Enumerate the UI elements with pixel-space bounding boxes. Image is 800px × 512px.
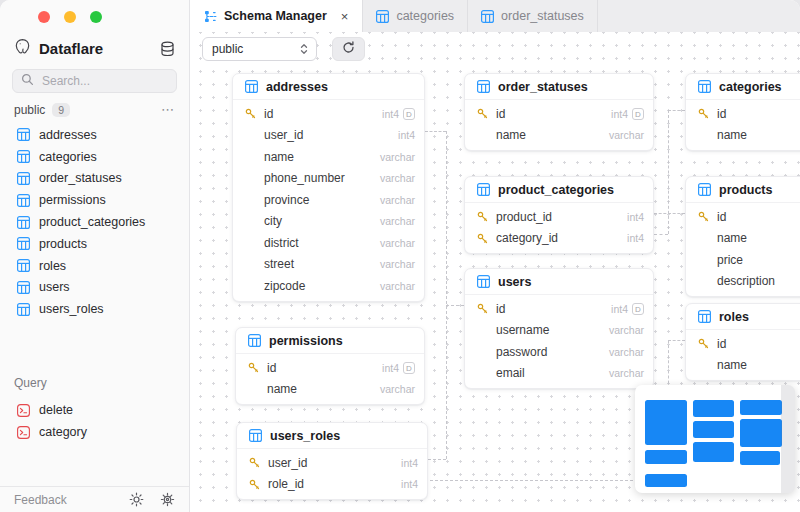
sidebar-item-product-categories[interactable]: product_categories bbox=[0, 211, 189, 233]
query-item-delete[interactable]: delete bbox=[0, 399, 189, 421]
sidebar-item-addresses[interactable]: addresses bbox=[0, 124, 189, 146]
column-permissions-id[interactable]: id int4 D bbox=[236, 357, 424, 379]
column-users-email[interactable]: email varchar bbox=[465, 363, 653, 385]
sidebar-item-users-roles[interactable]: users_roles bbox=[0, 298, 189, 320]
table-card-header[interactable]: categories bbox=[686, 74, 800, 100]
column-users-roles-role-id[interactable]: role_id int4 bbox=[237, 474, 427, 496]
relation-line bbox=[430, 480, 668, 481]
column-users-password[interactable]: password varchar bbox=[465, 341, 653, 363]
column-addresses-name[interactable]: name varchar bbox=[233, 146, 424, 168]
column-name: email bbox=[496, 366, 525, 380]
diagram-table-permissions[interactable]: permissions id int4 D name varchar bbox=[235, 327, 425, 405]
diagram-table-users-roles[interactable]: users_roles user_id int4 role_id int4 bbox=[236, 422, 428, 500]
column-product-categories-product-id[interactable]: product_id int4 bbox=[465, 206, 653, 228]
column-addresses-province[interactable]: province varchar bbox=[233, 189, 424, 211]
diagram-table-users[interactable]: users id int4 D username varchar passwor… bbox=[464, 268, 654, 389]
column-products-name[interactable]: name bbox=[686, 228, 800, 250]
column-addresses-city[interactable]: city varchar bbox=[233, 211, 424, 233]
sidebar-item-categories[interactable]: categories bbox=[0, 146, 189, 168]
table-card-header[interactable]: users bbox=[465, 269, 653, 295]
column-type: varchar bbox=[380, 215, 415, 227]
table-name: permissions bbox=[269, 334, 343, 348]
column-name: category_id bbox=[496, 231, 558, 245]
table-card-header[interactable]: permissions bbox=[236, 328, 424, 354]
column-type: int4 bbox=[398, 129, 415, 141]
column-users-roles-user-id[interactable]: user_id int4 bbox=[237, 452, 427, 474]
column-product-categories-category-id[interactable]: category_id int4 bbox=[465, 228, 653, 250]
column-users-username[interactable]: username varchar bbox=[465, 320, 653, 342]
column-addresses-id[interactable]: id int4 D bbox=[233, 103, 424, 125]
search-box[interactable] bbox=[12, 69, 177, 93]
column-permissions-name[interactable]: name varchar bbox=[236, 379, 424, 401]
column-categories-id[interactable]: id bbox=[686, 103, 800, 125]
schema-row[interactable]: public 9 ⋯ bbox=[14, 102, 175, 117]
table-card-header[interactable]: products bbox=[686, 177, 800, 203]
tab-schema-manager[interactable]: Schema Manager × bbox=[190, 0, 363, 32]
relation-line bbox=[668, 110, 685, 111]
sidebar-item-roles[interactable]: roles bbox=[0, 255, 189, 277]
diagram-table-roles[interactable]: roles id name bbox=[685, 303, 800, 381]
table-card-header[interactable]: addresses bbox=[233, 74, 424, 100]
column-categories-name[interactable]: name bbox=[686, 125, 800, 147]
settings-gear-icon[interactable] bbox=[160, 492, 175, 507]
column-name: phone_number bbox=[264, 171, 345, 185]
table-card-header[interactable]: product_categories bbox=[465, 177, 653, 203]
theme-toggle-icon[interactable] bbox=[129, 492, 144, 507]
column-name: role_id bbox=[268, 477, 304, 491]
primary-key-icon bbox=[477, 108, 488, 119]
column-addresses-district[interactable]: district varchar bbox=[233, 232, 424, 254]
table-card-header[interactable]: roles bbox=[686, 304, 800, 330]
column-addresses-zipcode[interactable]: zipcode varchar bbox=[233, 275, 424, 297]
table-card-body: id int4 D username varchar password varc… bbox=[465, 295, 653, 388]
column-addresses-user-id[interactable]: user_id int4 bbox=[233, 125, 424, 147]
column-addresses-street[interactable]: street varchar bbox=[233, 254, 424, 276]
minimap[interactable] bbox=[635, 385, 795, 493]
diagram-table-products[interactable]: products id name price description bbox=[685, 176, 800, 297]
sidebar-item-products[interactable]: products bbox=[0, 233, 189, 255]
schema-select-dropdown[interactable]: public bbox=[202, 37, 317, 61]
column-name: name bbox=[267, 382, 297, 396]
table-card-header[interactable]: order_statuses bbox=[465, 74, 653, 100]
column-roles-name[interactable]: name bbox=[686, 355, 800, 377]
feedback-link[interactable]: Feedback bbox=[14, 493, 67, 507]
column-products-price[interactable]: price bbox=[686, 249, 800, 271]
schema-canvas[interactable]: public addresses bbox=[190, 32, 800, 512]
column-products-id[interactable]: id bbox=[686, 206, 800, 228]
primary-key-icon bbox=[698, 211, 709, 222]
sidebar-item-label: users_roles bbox=[39, 302, 104, 316]
diagram-table-categories[interactable]: categories id name bbox=[685, 73, 800, 151]
more-options-icon[interactable]: ⋯ bbox=[161, 102, 175, 117]
database-icon[interactable] bbox=[160, 41, 175, 57]
zoom-window-button[interactable] bbox=[90, 11, 102, 23]
relation-line bbox=[446, 131, 447, 459]
search-input[interactable] bbox=[40, 73, 168, 89]
diagram-table-addresses[interactable]: addresses id int4 D user_id int4 name va… bbox=[232, 73, 425, 302]
minimize-window-button[interactable] bbox=[64, 11, 76, 23]
diagram-table-product-categories[interactable]: product_categories product_id int4 categ… bbox=[464, 176, 654, 254]
close-tab-icon[interactable]: × bbox=[341, 9, 349, 24]
table-icon bbox=[17, 172, 30, 185]
column-name: name bbox=[717, 128, 747, 142]
table-icon bbox=[698, 80, 711, 93]
column-products-description[interactable]: description bbox=[686, 271, 800, 293]
column-roles-id[interactable]: id bbox=[686, 333, 800, 355]
sidebar-item-permissions[interactable]: permissions bbox=[0, 189, 189, 211]
column-order-statuses-name[interactable]: name varchar bbox=[465, 125, 653, 147]
refresh-button[interactable] bbox=[332, 37, 365, 61]
column-name: name bbox=[264, 150, 294, 164]
tab-categories[interactable]: categories bbox=[363, 0, 468, 32]
tab-bar: Schema Manager × categories order_status… bbox=[190, 0, 800, 32]
column-addresses-phone-number[interactable]: phone_number varchar bbox=[233, 168, 424, 190]
close-window-button[interactable] bbox=[38, 11, 50, 23]
traffic-lights bbox=[38, 11, 102, 23]
column-name: password bbox=[496, 345, 547, 359]
column-order-statuses-id[interactable]: id int4 D bbox=[465, 103, 653, 125]
table-name: categories bbox=[719, 80, 782, 94]
column-users-id[interactable]: id int4 D bbox=[465, 298, 653, 320]
sidebar-item-order-statuses[interactable]: order_statuses bbox=[0, 168, 189, 190]
query-item-category[interactable]: category bbox=[0, 421, 189, 443]
sidebar-item-users[interactable]: users bbox=[0, 277, 189, 299]
tab-order-statuses[interactable]: order_statuses bbox=[468, 0, 598, 32]
diagram-table-order-statuses[interactable]: order_statuses id int4 D name varchar bbox=[464, 73, 654, 151]
table-card-header[interactable]: users_roles bbox=[237, 423, 427, 449]
